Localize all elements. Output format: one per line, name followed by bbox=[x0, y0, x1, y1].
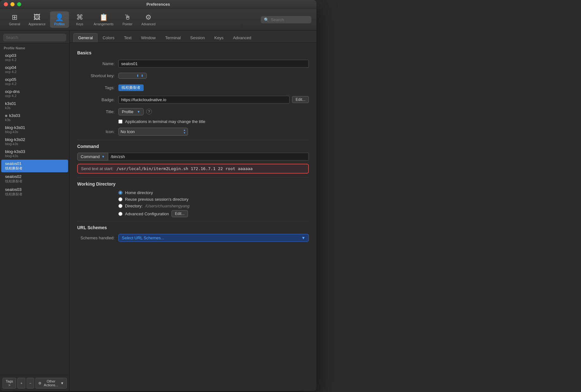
minimize-button[interactable] bbox=[10, 2, 15, 6]
tab-colors[interactable]: Colors bbox=[98, 33, 119, 42]
working-directory-radio-group: Home directory Reuse previous session's … bbox=[118, 190, 309, 217]
toolbar-item-keys[interactable]: ⌘ Keys bbox=[70, 11, 89, 28]
close-button[interactable] bbox=[4, 2, 8, 6]
tab-advanced[interactable]: Advanced bbox=[228, 33, 256, 42]
toolbar-label-arrangements: Arrangements bbox=[94, 22, 114, 26]
remove-profile-button[interactable]: − bbox=[27, 378, 34, 389]
chevron-down-small-icon: ▼ bbox=[183, 132, 186, 134]
tag-badge[interactable]: 线程撕裂者 bbox=[118, 84, 144, 91]
profile-list-header: Profile Name bbox=[0, 44, 69, 51]
name-input-container bbox=[118, 60, 309, 68]
command-type-row: Command ▼ bbox=[77, 153, 309, 161]
title-select[interactable]: Profile ▼ bbox=[118, 108, 144, 115]
title-chevron-down-icon: ▼ bbox=[137, 110, 140, 113]
tab-text[interactable]: Text bbox=[120, 33, 136, 42]
tab-session[interactable]: Session bbox=[186, 33, 209, 42]
toolbar-item-pointer[interactable]: 🖱 Pointer bbox=[118, 11, 137, 28]
shortcut-key-select[interactable]: ⬆ ⬇ bbox=[118, 73, 147, 79]
apps-change-title-row: Applications in terminal may change the … bbox=[118, 119, 309, 124]
icon-row: Icon: No Icon ▲ ▼ bbox=[77, 127, 309, 136]
working-directory-section-title: Working Directory bbox=[77, 181, 309, 187]
schemes-handled-label: Schemes handled: bbox=[77, 236, 118, 240]
toolbar-item-appearance[interactable]: 🖼 Appearance bbox=[25, 11, 49, 28]
other-actions-button[interactable]: ⚙ Other Actions... ▼ bbox=[35, 378, 67, 389]
custom-directory-radio[interactable] bbox=[118, 204, 122, 208]
name-label: Name: bbox=[77, 61, 118, 66]
badge-input[interactable] bbox=[118, 96, 290, 104]
profile-item-ocp03[interactable]: ocp03 ocp 4.2 bbox=[1, 52, 68, 63]
profiles-icon: 👤 bbox=[55, 13, 64, 21]
toolbar-item-arrangements[interactable]: 📋 Arrangements bbox=[91, 11, 117, 28]
name-input[interactable] bbox=[118, 60, 309, 68]
toolbar-label-pointer: Pointer bbox=[122, 22, 133, 26]
command-value-input[interactable] bbox=[108, 153, 309, 161]
url-schemes-select[interactable]: Select URL Schemes... ▼ bbox=[118, 234, 309, 242]
toolbar-label-appearance: Appearance bbox=[28, 22, 46, 26]
reuse-session-label[interactable]: Reuse previous session's directory bbox=[125, 197, 188, 202]
chevron-up-small-icon: ▲ bbox=[183, 129, 186, 132]
add-profile-button[interactable]: + bbox=[17, 378, 25, 389]
title-help-button[interactable]: ? bbox=[146, 109, 152, 114]
toolbar-item-advanced[interactable]: ⚙ Advanced bbox=[138, 11, 159, 28]
profile-name-blog-k3s01: blog-k3s01 bbox=[5, 125, 64, 130]
profile-item-ocp-dns[interactable]: ocp-dns ocp 4.2 bbox=[1, 88, 68, 99]
tab-terminal[interactable]: Terminal bbox=[161, 33, 185, 42]
profile-item-sealos02[interactable]: sealos02 线程撕裂者 bbox=[1, 173, 68, 185]
toolbar-label-advanced: Advanced bbox=[141, 22, 155, 26]
search-input[interactable] bbox=[271, 17, 308, 22]
profile-item-ocp05[interactable]: ocp05 ocp 4.2 bbox=[1, 76, 68, 87]
send-text-label: Send text at start: bbox=[81, 166, 113, 171]
window-controls[interactable] bbox=[4, 2, 21, 6]
tab-general[interactable]: General bbox=[73, 33, 97, 42]
tab-keys[interactable]: Keys bbox=[210, 33, 228, 42]
profile-sub-ocp04: ocp 4.2 bbox=[5, 70, 64, 74]
toolbar-label-keys: Keys bbox=[76, 22, 83, 26]
toolbar: ⊞ General 🖼 Appearance 👤 Profiles ⌘ Keys… bbox=[0, 9, 316, 31]
tab-window[interactable]: Window bbox=[137, 33, 160, 42]
toolbar-item-profiles[interactable]: 👤 Profiles bbox=[50, 11, 69, 28]
profile-item-sealos01[interactable]: sealos01 线程撕裂者 bbox=[1, 160, 68, 172]
url-schemes-chevron-down-icon: ▼ bbox=[301, 236, 305, 240]
profile-sub-sealos01: 线程撕裂者 bbox=[5, 166, 64, 171]
subtabs: General Colors Text Window Terminal Sess… bbox=[70, 31, 316, 43]
command-type-select[interactable]: Command ▼ bbox=[77, 153, 108, 161]
title-value: Profile bbox=[122, 109, 135, 114]
sidebar-search-input[interactable] bbox=[3, 34, 66, 41]
badge-edit-button[interactable]: Edit... bbox=[292, 96, 309, 103]
command-section-title: Command bbox=[77, 144, 309, 149]
profile-name-blog-k3s02: blog-k3s02 bbox=[5, 137, 64, 142]
advanced-config-radio[interactable] bbox=[118, 212, 122, 216]
profile-item-k3s03[interactable]: k3s03 k3s bbox=[1, 112, 68, 123]
maximize-button[interactable] bbox=[17, 2, 21, 6]
profile-item-blog-k3s03[interactable]: blog-k3s03 blog-k3s bbox=[1, 148, 68, 159]
profile-item-sealos03[interactable]: sealos03 线程撕裂者 bbox=[1, 186, 68, 198]
tags-button[interactable]: Tags > bbox=[3, 378, 16, 389]
separator-1 bbox=[77, 140, 309, 140]
keys-icon: ⌘ bbox=[76, 13, 83, 21]
general-icon: ⊞ bbox=[12, 13, 17, 21]
send-text-row: Send text at start: bbox=[77, 164, 309, 174]
content-panel: General Colors Text Window Terminal Sess… bbox=[70, 31, 316, 391]
chevron-up-icon: ⬆ bbox=[136, 74, 139, 77]
toolbar-search[interactable]: 🔍 bbox=[261, 16, 311, 23]
tags-row: Tags: 线程撕裂者 bbox=[77, 83, 309, 92]
profile-name-sealos02: sealos02 bbox=[5, 174, 64, 179]
home-directory-label[interactable]: Home directory bbox=[125, 190, 153, 195]
profile-item-ocp04[interactable]: ocp04 ocp 4.2 bbox=[1, 64, 68, 75]
apps-change-title-label[interactable]: Applications in terminal may change the … bbox=[125, 119, 205, 124]
profile-sub-ocp03: ocp 4.2 bbox=[5, 58, 64, 62]
apps-change-title-checkbox[interactable] bbox=[118, 119, 122, 124]
toolbar-item-general[interactable]: ⊞ General bbox=[5, 11, 24, 28]
profile-item-blog-k3s01[interactable]: blog-k3s01 blog-k3s bbox=[1, 124, 68, 135]
pointer-icon: 🖱 bbox=[124, 13, 131, 21]
reuse-session-radio[interactable] bbox=[118, 197, 122, 201]
directory-label[interactable]: Directory: bbox=[125, 204, 143, 208]
advanced-config-edit-button[interactable]: Edit... bbox=[172, 210, 188, 217]
icon-select[interactable]: No Icon ▲ ▼ bbox=[118, 128, 188, 136]
appearance-icon: 🖼 bbox=[34, 13, 41, 21]
home-directory-radio[interactable] bbox=[118, 191, 122, 195]
send-text-input[interactable] bbox=[116, 166, 305, 171]
profile-item-k3s01[interactable]: k3s01 k3s bbox=[1, 100, 68, 111]
profile-item-blog-k3s02[interactable]: blog-k3s02 blog-k3s bbox=[1, 136, 68, 147]
advanced-config-label[interactable]: Advanced Configuration bbox=[125, 211, 169, 216]
